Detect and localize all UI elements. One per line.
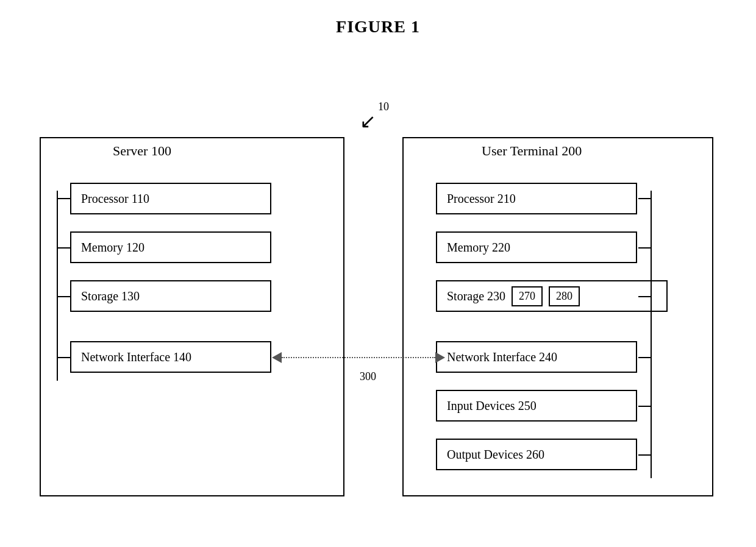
arrow-10: ↙ <box>360 110 376 133</box>
terminal-bracket-tick-5 <box>638 406 651 407</box>
memory-120-label: Memory 120 <box>81 241 144 255</box>
server-bracket-tick-1 <box>57 198 70 199</box>
output-260-label: Output Devices 260 <box>447 448 544 462</box>
terminal-label: User Terminal 200 <box>482 143 582 159</box>
storage-230-box: Storage 230 270 280 <box>436 280 668 312</box>
server-bracket-tick-3 <box>57 296 70 297</box>
storage-sub-280: 280 <box>549 286 580 306</box>
storage-230-label: Storage 230 <box>447 289 505 303</box>
storage-130-box: Storage 130 <box>70 280 271 312</box>
arrow-right-head <box>435 352 445 363</box>
network-240-label: Network Interface 240 <box>447 350 557 364</box>
output-260-box: Output Devices 260 <box>436 439 637 470</box>
network-dotted-line <box>282 357 435 358</box>
network-140-label: Network Interface 140 <box>81 350 191 364</box>
ref-10-label: 10 <box>378 101 389 113</box>
figure-title: FIGURE 1 <box>0 0 756 37</box>
terminal-bracket-tick-4 <box>638 357 651 358</box>
terminal-bracket-tick-6 <box>638 454 651 456</box>
terminal-bracket-tick-1 <box>638 198 651 199</box>
server-bracket-tick-4 <box>57 357 70 358</box>
processor-210-box: Processor 210 <box>436 183 637 214</box>
terminal-bracket-tick-2 <box>638 247 651 249</box>
network-240-box: Network Interface 240 <box>436 341 637 373</box>
network-140-box: Network Interface 140 <box>70 341 271 373</box>
server-bracket-vertical <box>57 191 58 381</box>
memory-120-box: Memory 120 <box>70 231 271 263</box>
processor-110-label: Processor 110 <box>81 192 149 206</box>
memory-220-box: Memory 220 <box>436 231 637 263</box>
input-250-box: Input Devices 250 <box>436 390 637 422</box>
terminal-bracket-vertical <box>651 191 652 478</box>
terminal-bracket-tick-3 <box>638 296 651 297</box>
arrow-left-head <box>272 352 282 363</box>
processor-110-box: Processor 110 <box>70 183 271 214</box>
processor-210-label: Processor 210 <box>447 192 516 206</box>
storage-sub-270: 270 <box>512 286 543 306</box>
memory-220-label: Memory 220 <box>447 241 510 255</box>
server-bracket-tick-2 <box>57 247 70 249</box>
storage-130-label: Storage 130 <box>81 289 140 303</box>
server-label: Server 100 <box>113 143 171 159</box>
connection-300-label: 300 <box>360 370 376 383</box>
input-250-label: Input Devices 250 <box>447 399 537 413</box>
